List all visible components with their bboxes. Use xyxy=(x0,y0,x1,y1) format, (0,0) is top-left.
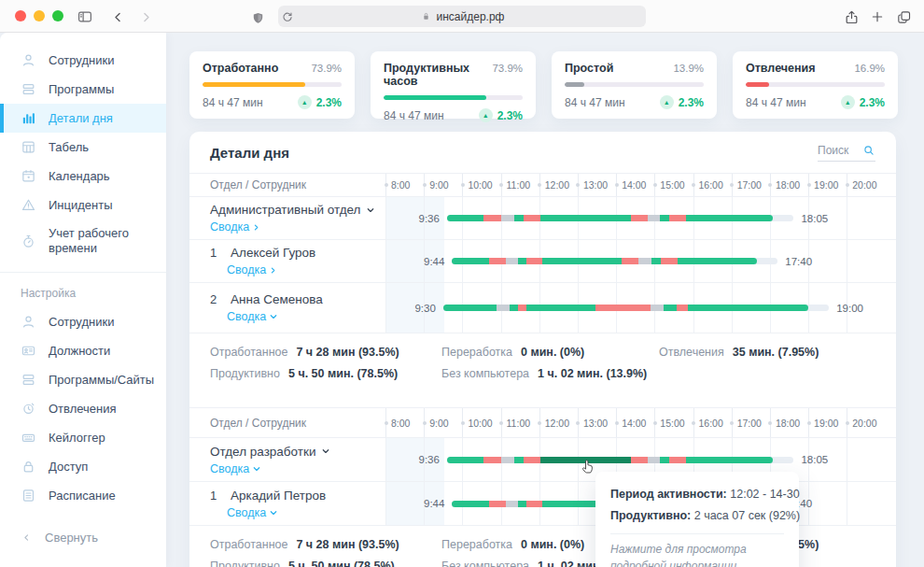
activity-segment-gray[interactable] xyxy=(506,258,518,264)
search-input[interactable] xyxy=(818,144,857,157)
activity-segment-green[interactable] xyxy=(452,501,488,507)
activity-segment-green[interactable] xyxy=(686,215,773,221)
activity-segment-gray[interactable] xyxy=(497,305,510,311)
address-bar[interactable]: инсайдер.рф xyxy=(278,6,646,27)
window-zoom-button[interactable] xyxy=(52,10,63,21)
search-icon[interactable] xyxy=(862,144,875,157)
row-header: 1Аркадий ПетровСводка xyxy=(189,482,385,525)
activity-segment-gray[interactable] xyxy=(651,305,664,311)
activity-segment-green[interactable] xyxy=(452,258,488,264)
browser-sidebar-toggle-icon[interactable] xyxy=(76,7,94,26)
sidebar-item-access[interactable]: Доступ xyxy=(0,452,166,481)
activity-segment-green[interactable] xyxy=(651,258,661,264)
share-icon[interactable] xyxy=(842,7,861,26)
window-close-button[interactable] xyxy=(15,10,26,21)
activity-segment-gray[interactable] xyxy=(648,457,660,463)
new-tab-icon[interactable] xyxy=(868,7,887,26)
activity-segment-green[interactable] xyxy=(688,305,809,311)
summary-stat: Переработка0 мин. (0%) xyxy=(441,346,659,359)
summary-link[interactable]: Сводка xyxy=(210,263,385,276)
activity-segment-red[interactable] xyxy=(483,457,501,463)
activity-segment-green[interactable] xyxy=(514,215,524,221)
summary-link[interactable]: Сводка xyxy=(210,506,385,519)
summary-link[interactable]: Сводка xyxy=(210,220,385,234)
sidebar-item-positions[interactable]: Должности xyxy=(0,336,166,365)
activity-segment-gray[interactable] xyxy=(648,215,660,221)
sidebar-collapse-button[interactable]: Свернуть xyxy=(0,523,166,552)
row-name[interactable]: Административный отдел xyxy=(210,203,360,217)
activity-segment-red[interactable] xyxy=(489,501,506,507)
activity-segment-green[interactable] xyxy=(518,501,527,507)
sidebar-item-programs[interactable]: Программы xyxy=(0,75,166,104)
activity-segment-red[interactable] xyxy=(622,258,638,264)
activity-segment-green[interactable] xyxy=(540,215,631,221)
activity-segment-green[interactable] xyxy=(510,305,518,311)
activity-timeline-bar[interactable] xyxy=(452,258,757,264)
sidebar-item-day-details[interactable]: Детали дня xyxy=(0,104,166,133)
activity-segment-green[interactable] xyxy=(518,258,527,264)
activity-segment-green[interactable] xyxy=(514,457,524,463)
activity-segment-green[interactable] xyxy=(678,258,757,264)
chevron-down-icon xyxy=(366,206,375,215)
activity-segment-red[interactable] xyxy=(524,457,540,463)
activity-segment-gray[interactable] xyxy=(506,501,518,507)
sidebar-item-distractions[interactable]: Отвлечения xyxy=(0,394,166,423)
activity-segment-gray[interactable] xyxy=(638,258,652,264)
sidebar-item-schedule[interactable]: Расписание xyxy=(0,481,166,510)
card-progress-bar xyxy=(384,95,523,100)
activity-segment-red[interactable] xyxy=(669,215,687,221)
tooltip-productive-label: Продуктивно: xyxy=(610,509,691,522)
activity-segment-green[interactable] xyxy=(443,305,497,311)
tooltip-period-label: Период активности: xyxy=(610,488,727,501)
summary-block-1: Отработанное7 ч 28 мин (93.5%)Переработк… xyxy=(189,333,896,380)
activity-timeline-bar[interactable] xyxy=(443,305,808,311)
summary-link[interactable]: Сводка xyxy=(210,462,385,475)
activity-segment-gray[interactable] xyxy=(501,457,515,463)
sidebar-item-employees[interactable]: Сотрудники xyxy=(0,46,166,75)
privacy-shield-icon[interactable] xyxy=(248,8,267,27)
sidebar-item-calendar[interactable]: Календарь xyxy=(0,162,166,191)
activity-segment-green[interactable] xyxy=(660,457,669,463)
activity-segment-green[interactable] xyxy=(664,305,677,311)
activity-segment-red[interactable] xyxy=(631,457,648,463)
summary-link[interactable]: Сводка xyxy=(210,310,385,323)
activity-segment-red[interactable] xyxy=(631,215,648,221)
activity-segment-red[interactable] xyxy=(526,258,541,264)
row-name[interactable]: Отдел разработки xyxy=(210,445,315,459)
activity-segment-red[interactable] xyxy=(677,305,688,311)
activity-segment-green[interactable] xyxy=(447,215,483,221)
browser-forward-button[interactable] xyxy=(136,7,155,26)
activity-timeline-bar[interactable] xyxy=(447,215,774,221)
sidebar-item-keylogger[interactable]: Кейлоггер xyxy=(0,423,166,452)
activity-segment-red[interactable] xyxy=(483,215,501,221)
sidebar-item-programs-sites[interactable]: Программы/Сайты xyxy=(0,365,166,394)
sidebar-item-timesheet[interactable]: Табель xyxy=(0,133,166,162)
activity-segment-gray[interactable] xyxy=(501,215,515,221)
summary-stat-value: 35 мин. (7.95%) xyxy=(733,346,819,359)
activity-segment-red[interactable] xyxy=(526,501,541,507)
activity-segment-red[interactable] xyxy=(489,258,506,264)
card-progress-bar xyxy=(203,82,342,87)
activity-segment-green[interactable] xyxy=(660,215,669,221)
sidebar-divider xyxy=(0,272,166,273)
activity-segment-green[interactable] xyxy=(526,305,595,311)
browser-back-button[interactable] xyxy=(108,7,127,26)
activity-segment-green[interactable] xyxy=(686,457,773,463)
sidebar-item-work-time[interactable]: Учет рабочего времени xyxy=(0,220,166,262)
activity-segment-red[interactable] xyxy=(595,305,651,311)
tooltip-divider xyxy=(610,533,784,534)
sidebar-item-employees-settings[interactable]: Сотрудники xyxy=(0,307,166,336)
time-axis-tick: 13:00 xyxy=(578,408,616,437)
activity-segment-red[interactable] xyxy=(518,305,526,311)
sidebar-item-incidents[interactable]: Инциденты xyxy=(0,191,166,220)
activity-segment-green[interactable] xyxy=(447,457,483,463)
reload-icon[interactable] xyxy=(278,7,297,26)
tooltip-period-value: 12:02 - 14-30 xyxy=(730,488,799,501)
activity-segment-green[interactable] xyxy=(542,258,622,264)
activity-segment-red[interactable] xyxy=(661,258,678,264)
activity-segment-red[interactable] xyxy=(524,215,540,221)
activity-timeline-bar[interactable] xyxy=(447,457,774,463)
tab-overview-icon[interactable] xyxy=(894,7,913,26)
activity-segment-red[interactable] xyxy=(669,457,687,463)
window-minimize-button[interactable] xyxy=(34,10,45,21)
